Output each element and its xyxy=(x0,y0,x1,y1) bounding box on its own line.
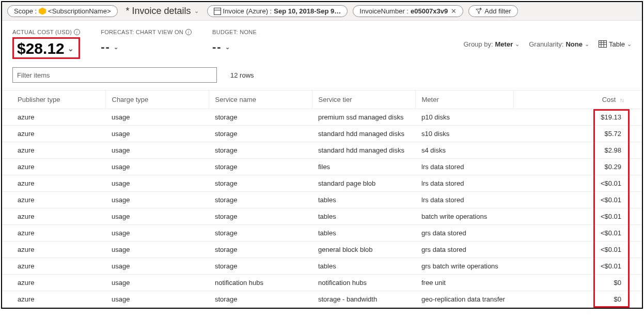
cell-cost: $0 xyxy=(513,291,642,308)
sort-icon: ↑↓ xyxy=(620,97,623,103)
cost-highlight-bar xyxy=(593,126,630,142)
cell-cost: <$0.01 xyxy=(513,225,642,242)
cell-service: storage xyxy=(209,242,312,258)
info-icon[interactable]: i xyxy=(185,29,192,35)
table-row[interactable]: azure usage storage standard page blob l… xyxy=(2,175,642,192)
kpi-actual-cost: ACTUAL COST (USD) i $28.12 ⌄ xyxy=(12,29,80,59)
scope-value: <SubscriptionName> xyxy=(48,7,111,15)
kpi-budget-label: BUDGET: NONE xyxy=(212,29,257,35)
filter-items-input[interactable] xyxy=(12,67,217,83)
kpi-budget-label-row: BUDGET: NONE xyxy=(212,29,257,35)
cell-publisher: azure xyxy=(2,142,105,159)
page-title: * Invoice details xyxy=(126,6,191,17)
cell-meter: geo-replication data transfer xyxy=(415,291,513,308)
close-icon[interactable]: ✕ xyxy=(451,7,457,15)
granularity-dropdown[interactable]: Granularity: None ⌄ xyxy=(529,40,589,48)
table-row[interactable]: azure usage storage storage - bandwidth … xyxy=(2,291,642,308)
cell-meter: lrs data stored xyxy=(415,175,513,192)
table-row[interactable]: azure usage storage standard hdd managed… xyxy=(2,142,642,159)
col-service[interactable]: Service name xyxy=(209,91,312,109)
cost-highlight-bar xyxy=(593,275,630,291)
cell-cost: $5.72 xyxy=(513,126,642,142)
cell-publisher: azure xyxy=(2,109,105,126)
table-row[interactable]: azure usage storage tables lrs data stor… xyxy=(2,192,642,208)
col-meter[interactable]: Meter xyxy=(415,91,513,109)
chevron-down-icon: ⌄ xyxy=(585,41,589,48)
cell-tier: storage - bandwidth xyxy=(312,291,415,308)
add-filter-button[interactable]: Add filter xyxy=(468,5,517,17)
cell-charge: usage xyxy=(105,242,209,258)
table-row[interactable]: azure usage storage standard hdd managed… xyxy=(2,126,642,142)
cost-highlight-bar xyxy=(593,159,630,175)
cell-service: storage xyxy=(209,192,312,208)
cell-charge: usage xyxy=(105,126,209,142)
cost-highlight-bar xyxy=(593,291,630,308)
cost-highlight-bar xyxy=(593,109,630,126)
info-icon[interactable]: i xyxy=(74,29,80,35)
invoice-number-value: e05007x3v9 xyxy=(411,7,448,15)
table-row[interactable]: azure usage storage premium ssd managed … xyxy=(2,109,642,126)
table-row[interactable]: azure usage storage general block blob g… xyxy=(2,242,642,258)
cell-service: notification hubs xyxy=(209,275,312,291)
cost-highlight-bar xyxy=(593,192,630,208)
invoice-number-pill[interactable]: InvoiceNumber : e05007x3v9 ✕ xyxy=(353,5,463,17)
date-label: Invoice (Azure) : xyxy=(223,7,272,15)
kpi-budget-value-dropdown[interactable]: -- ⌄ xyxy=(212,40,257,54)
kpi-budget: BUDGET: NONE -- ⌄ xyxy=(212,29,257,54)
cost-highlight-bar xyxy=(593,258,630,275)
cell-service: storage xyxy=(209,159,312,175)
cell-cost: <$0.01 xyxy=(513,242,642,258)
cell-service: storage xyxy=(209,109,312,126)
cell-tier: premium ssd managed disks xyxy=(312,109,415,126)
page-title-dropdown[interactable]: * Invoice details ⌄ xyxy=(123,6,202,17)
view-type-dropdown[interactable]: Table ⌄ xyxy=(599,40,632,48)
cell-cost: $0 xyxy=(513,275,642,291)
kpi-forecast-value-dropdown[interactable]: -- ⌄ xyxy=(101,40,192,54)
cell-charge: usage xyxy=(105,225,209,242)
cell-service: storage xyxy=(209,208,312,225)
table-row[interactable]: azure usage storage tables grs batch wri… xyxy=(2,258,642,275)
table-icon xyxy=(599,40,607,48)
cell-meter: batch write operations xyxy=(415,208,513,225)
table-row[interactable]: azure usage storage tables batch write o… xyxy=(2,208,642,225)
table-row[interactable]: azure usage notification hubs notificati… xyxy=(2,275,642,291)
cell-charge: usage xyxy=(105,159,209,175)
cell-meter: lrs data stored xyxy=(415,192,513,208)
cell-service: storage xyxy=(209,225,312,242)
scope-pill[interactable]: Scope : <SubscriptionName> xyxy=(7,5,118,17)
table-row[interactable]: azure usage storage files lrs data store… xyxy=(2,159,642,175)
cell-publisher: azure xyxy=(2,242,105,258)
filter-items-row: 12 rows xyxy=(2,64,642,90)
calendar-icon xyxy=(214,8,221,15)
cell-meter: grs batch write operations xyxy=(415,258,513,275)
col-charge[interactable]: Charge type xyxy=(105,91,209,109)
cell-publisher: azure xyxy=(2,275,105,291)
group-by-dropdown[interactable]: Group by: Meter ⌄ xyxy=(463,40,520,48)
cost-table: Publisher type Charge type Service name … xyxy=(2,90,642,308)
cell-publisher: azure xyxy=(2,126,105,142)
cell-meter: s4 disks xyxy=(415,142,513,159)
cell-service: storage xyxy=(209,175,312,192)
cell-publisher: azure xyxy=(2,258,105,275)
cell-publisher: azure xyxy=(2,225,105,242)
cell-meter: lrs data stored xyxy=(415,159,513,175)
kpi-actual-label: ACTUAL COST (USD) xyxy=(12,29,72,35)
cell-publisher: azure xyxy=(2,175,105,192)
cell-charge: usage xyxy=(105,208,209,225)
cell-charge: usage xyxy=(105,192,209,208)
date-range-pill[interactable]: Invoice (Azure) : Sep 10, 2018-Sep 9… xyxy=(207,5,348,17)
chevron-down-icon: ⌄ xyxy=(627,41,632,48)
cell-tier: notification hubs xyxy=(312,275,415,291)
kpi-actual-value-dropdown[interactable]: $28.12 ⌄ xyxy=(17,40,74,57)
table-row[interactable]: azure usage storage tables grs data stor… xyxy=(2,225,642,242)
col-publisher[interactable]: Publisher type xyxy=(2,91,105,109)
cell-tier: files xyxy=(312,159,415,175)
cell-tier: tables xyxy=(312,225,415,242)
col-cost[interactable]: Cost ↑↓ xyxy=(513,91,642,109)
cell-publisher: azure xyxy=(2,208,105,225)
granularity-label: Granularity: xyxy=(529,40,563,48)
cell-charge: usage xyxy=(105,175,209,192)
cost-highlight-bar xyxy=(593,142,630,159)
col-tier[interactable]: Service tier xyxy=(312,91,415,109)
cost-highlight-bar xyxy=(593,225,630,242)
